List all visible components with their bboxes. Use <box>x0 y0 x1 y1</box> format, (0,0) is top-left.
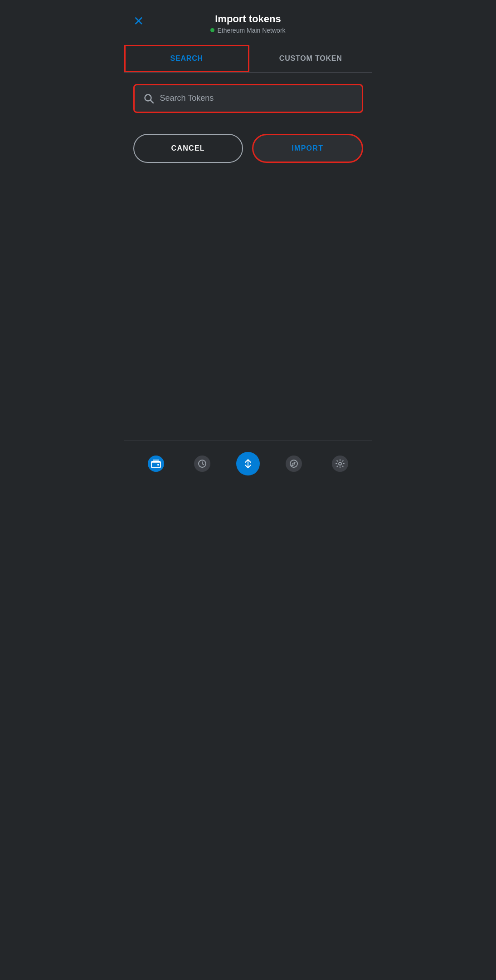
network-subtitle: Ethereum Main Network <box>210 27 285 34</box>
search-section <box>124 73 372 120</box>
import-button[interactable]: IMPORT <box>252 134 363 163</box>
close-icon: ✕ <box>133 14 144 28</box>
clock-icon <box>194 456 210 472</box>
settings-icon <box>332 456 348 472</box>
wallet-icon <box>148 456 164 472</box>
tab-custom-token[interactable]: CUSTOM TOKEN <box>249 45 372 72</box>
network-status-dot <box>210 28 214 32</box>
network-name: Ethereum Main Network <box>217 27 285 34</box>
compass-icon <box>286 456 302 472</box>
search-input[interactable] <box>160 93 353 103</box>
header: ✕ Import tokens Ethereum Main Network <box>124 0 372 43</box>
nav-swap-button[interactable] <box>236 452 260 475</box>
search-icon <box>144 93 154 103</box>
buttons-section: CANCEL IMPORT <box>124 120 372 176</box>
main-content <box>124 176 372 441</box>
svg-point-5 <box>290 460 297 467</box>
svg-point-6 <box>339 462 341 465</box>
tabs-container: SEARCH CUSTOM TOKEN <box>124 45 372 73</box>
page-title: Import tokens <box>215 13 281 26</box>
nav-activity-button[interactable] <box>190 452 214 475</box>
cancel-button[interactable]: CANCEL <box>133 134 243 163</box>
svg-rect-3 <box>157 464 159 466</box>
nav-browser-button[interactable] <box>282 452 306 475</box>
swap-icon <box>236 452 260 475</box>
svg-line-1 <box>150 100 153 103</box>
close-button[interactable]: ✕ <box>133 15 144 28</box>
bottom-navigation <box>124 441 372 490</box>
search-box <box>133 84 363 113</box>
tab-search[interactable]: SEARCH <box>124 45 250 72</box>
nav-settings-button[interactable] <box>328 452 352 475</box>
nav-wallet-button[interactable] <box>144 452 168 475</box>
header-title-group: Import tokens Ethereum Main Network <box>210 13 285 34</box>
